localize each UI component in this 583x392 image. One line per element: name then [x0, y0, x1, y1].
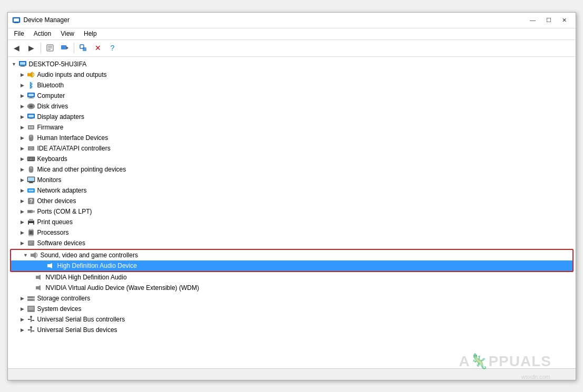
tree-item-system[interactable]: ▶ System devices — [8, 304, 576, 314]
svg-marker-87 — [38, 285, 41, 290]
sound-expand-arrow[interactable]: ▼ — [22, 251, 30, 259]
display-icon — [27, 113, 35, 121]
audio-expand-arrow[interactable]: ▶ — [18, 71, 27, 79]
system-expand-arrow[interactable]: ▶ — [18, 305, 27, 313]
usb-ctrl-expand-arrow[interactable]: ▶ — [18, 315, 27, 324]
tree-item-keyboards[interactable]: ▶ Keyboards — [8, 154, 576, 164]
tree-item-print[interactable]: ▶ Print queues — [8, 217, 576, 227]
disable-button[interactable]: ✕ — [91, 41, 105, 55]
tree-item-mice[interactable]: ▶ Mice and other pointing devices — [8, 164, 576, 175]
properties-icon — [46, 44, 54, 52]
forward-button[interactable]: ▶ — [25, 41, 38, 55]
status-bar — [8, 368, 576, 380]
display-expand-arrow[interactable]: ▶ — [18, 113, 27, 121]
svg-rect-86 — [36, 286, 38, 289]
tree-item-nvidia-virtual[interactable]: NVIDIA Virtual Audio Device (Wave Extens… — [8, 283, 576, 293]
tree-item-disk[interactable]: ▶ Disk drives — [8, 101, 576, 112]
print-expand-arrow[interactable]: ▶ — [18, 218, 27, 226]
scan-button[interactable] — [76, 41, 90, 55]
menu-file[interactable]: File — [10, 29, 28, 38]
svg-rect-67 — [29, 223, 33, 225]
svg-rect-23 — [28, 98, 34, 98]
device-tree-content[interactable]: ▼ DESKTOP-5HU3IFA ▶ — [8, 57, 576, 368]
bluetooth-expand-arrow[interactable]: ▶ — [18, 81, 27, 89]
tree-item-ide[interactable]: ▶ IDE ATA/ATAPI controllers — [8, 143, 576, 154]
menu-action[interactable]: Action — [29, 29, 55, 38]
tree-item-sound[interactable]: ▼ Sound, video and game controllers — [11, 250, 572, 260]
show-properties-button[interactable] — [43, 41, 57, 55]
sound-label: Sound, video and game controllers — [41, 252, 138, 259]
tree-item-monitors[interactable]: ▶ Monitors — [8, 175, 576, 185]
tree-item-hda[interactable]: High Definition Audio Device — [11, 260, 572, 271]
nvidia-virtual-icon — [35, 284, 44, 292]
disk-expand-arrow[interactable]: ▶ — [18, 102, 27, 110]
svg-marker-81 — [33, 252, 36, 258]
app-icon — [12, 16, 21, 24]
usb-dev-expand-arrow[interactable]: ▶ — [18, 326, 27, 334]
svg-rect-40 — [28, 157, 29, 158]
firmware-label: Firmware — [37, 124, 64, 131]
svg-rect-30 — [29, 126, 30, 128]
processors-label: Processors — [37, 229, 69, 236]
ports-label: Ports (COM & LPT) — [37, 208, 92, 215]
firmware-expand-arrow[interactable]: ▶ — [18, 123, 27, 132]
tree-item-hid[interactable]: ▶ Human Interface Devices — [8, 133, 576, 143]
svg-point-58 — [32, 190, 33, 191]
svg-point-63 — [28, 211, 29, 212]
svg-point-91 — [33, 299, 34, 300]
svg-text:?: ? — [29, 198, 33, 204]
close-button[interactable]: ✕ — [558, 15, 571, 25]
update-driver-button[interactable] — [58, 41, 72, 55]
tree-item-usb-dev[interactable]: ▶ Universal Serial Bus devices — [8, 325, 576, 335]
root-expand-arrow[interactable]: ▼ — [10, 60, 18, 68]
tree-item-processors[interactable]: ▶ Processors — [8, 227, 576, 238]
back-button[interactable]: ◀ — [10, 41, 24, 55]
device-manager-window: Device Manager — ☐ ✕ File Action View He… — [7, 12, 576, 380]
svg-marker-17 — [30, 72, 33, 78]
tree-item-other[interactable]: ▶ ? Other devices — [8, 196, 576, 206]
svg-rect-28 — [29, 118, 33, 119]
keyboards-expand-arrow[interactable]: ▶ — [18, 155, 27, 163]
tree-item-storage[interactable]: ▶ Storage controllers — [8, 293, 576, 304]
other-expand-arrow[interactable]: ▶ — [18, 197, 27, 205]
svg-rect-1 — [14, 18, 19, 22]
ports-expand-arrow[interactable]: ▶ — [18, 207, 27, 216]
maximize-button[interactable]: ☐ — [542, 15, 556, 25]
hda-icon — [47, 262, 55, 270]
storage-expand-arrow[interactable]: ▶ — [18, 294, 27, 303]
minimize-button[interactable]: — — [526, 15, 540, 25]
menu-bar: File Action View Help — [8, 28, 576, 40]
tree-item-computer[interactable]: ▶ Computer — [8, 91, 576, 101]
mice-expand-arrow[interactable]: ▶ — [18, 165, 27, 174]
root-label: DESKTOP-5HU3IFA — [29, 61, 87, 68]
other-label: Other devices — [37, 197, 76, 205]
computer-expand-arrow[interactable]: ▶ — [18, 92, 27, 100]
svg-rect-15 — [20, 66, 25, 67]
system-label: System devices — [37, 305, 82, 313]
svg-rect-82 — [47, 264, 50, 267]
tree-root[interactable]: ▼ DESKTOP-5HU3IFA — [8, 59, 576, 69]
processors-expand-arrow[interactable]: ▶ — [18, 228, 27, 237]
svg-rect-43 — [33, 157, 34, 158]
help-button[interactable]: ? — [106, 41, 120, 55]
tree-item-network[interactable]: ▶ Network adapters — [8, 185, 576, 196]
tree-item-software[interactable]: ▶ Software devices — [8, 238, 576, 248]
menu-help[interactable]: Help — [80, 29, 101, 38]
tree-item-audio[interactable]: ▶ Audio inputs and outputs — [8, 69, 576, 80]
tree-item-firmware[interactable]: ▶ Firmware — [8, 122, 576, 133]
software-expand-arrow[interactable]: ▶ — [18, 239, 27, 247]
tree-item-display[interactable]: ▶ Display adapters — [8, 112, 576, 122]
ide-label: IDE ATA/ATAPI controllers — [37, 145, 111, 152]
hid-expand-arrow[interactable]: ▶ — [18, 134, 27, 142]
tree-item-usb-ctrl[interactable]: ▶ Universal Serial Bus controllers — [8, 314, 576, 325]
menu-view[interactable]: View — [56, 29, 78, 38]
tree-item-ports[interactable]: ▶ Ports (COM & LPT) — [8, 206, 576, 217]
firmware-icon — [27, 123, 35, 132]
ide-expand-arrow[interactable]: ▶ — [18, 144, 27, 153]
network-expand-arrow[interactable]: ▶ — [18, 186, 27, 195]
svg-rect-42 — [31, 157, 32, 158]
svg-rect-70 — [29, 231, 33, 234]
tree-item-bluetooth[interactable]: ▶ ᛒ Bluetooth — [8, 80, 576, 91]
monitors-expand-arrow[interactable]: ▶ — [18, 176, 27, 184]
tree-item-nvidia-hda[interactable]: NVIDIA High Definition Audio — [8, 272, 576, 283]
